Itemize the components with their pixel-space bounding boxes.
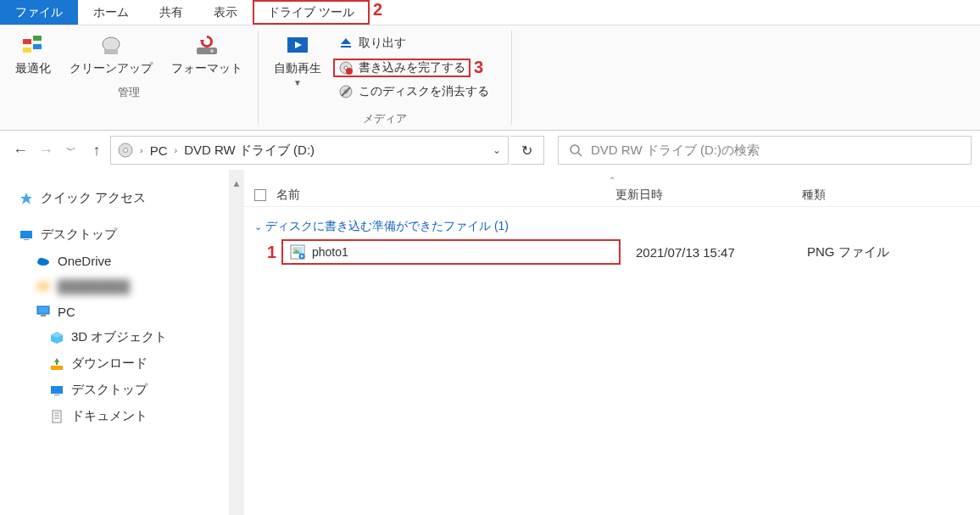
sidebar-item-label: OneDrive xyxy=(58,254,111,268)
sidebar-item-downloads[interactable]: ダウンロード xyxy=(19,350,226,377)
desktop-icon xyxy=(19,227,34,243)
format-button[interactable]: フォーマット xyxy=(166,31,248,78)
sidebar-item-label: デスクトップ xyxy=(41,227,117,243)
back-button[interactable]: ← xyxy=(8,138,32,162)
svg-point-4 xyxy=(103,37,120,51)
optimize-button[interactable]: 最適化 xyxy=(10,31,56,78)
tab-view[interactable]: 表示 xyxy=(198,0,253,25)
svg-rect-6 xyxy=(197,48,217,54)
optimize-label: 最適化 xyxy=(15,61,51,76)
history-dropdown[interactable]: ﹀ xyxy=(59,138,83,162)
sidebar-item-label: クイック アクセス xyxy=(41,190,146,206)
sidebar-item-blurred[interactable]: ████████ xyxy=(19,273,226,299)
search-placeholder: DVD RW ドライブ (D:)の検索 xyxy=(591,143,760,159)
sidebar-item-3d-objects[interactable]: 3D オブジェクト xyxy=(19,324,226,350)
sidebar-item-desktop[interactable]: デスクトップ xyxy=(19,221,226,248)
svg-rect-5 xyxy=(104,49,118,54)
group-label: ディスクに書き込む準備ができたファイル (1) xyxy=(265,219,509,234)
svg-point-21 xyxy=(571,145,579,154)
image-file-icon xyxy=(290,244,305,260)
chevron-right-icon[interactable]: › xyxy=(138,145,145,155)
annotation-1: 1 xyxy=(244,243,281,262)
sidebar-scroll-indicator[interactable]: ▲ xyxy=(229,170,244,515)
column-date[interactable]: 更新日時 xyxy=(615,188,802,203)
sidebar-item-quick-access[interactable]: クイック アクセス xyxy=(19,185,226,211)
sidebar: クイック アクセス デスクトップ OneDrive ████████ PC 3D… xyxy=(0,170,229,515)
autoplay-icon xyxy=(284,32,311,59)
pc-icon xyxy=(36,304,51,319)
desktop-icon xyxy=(49,383,64,398)
folder-icon xyxy=(36,278,51,294)
file-date: 2021/07/13 15:47 xyxy=(621,245,807,260)
column-name[interactable]: 名前 xyxy=(276,188,615,203)
dropdown-chevron-icon: ▼ xyxy=(293,78,302,87)
address-dropdown-icon[interactable]: ⌄ xyxy=(493,144,501,156)
svg-marker-34 xyxy=(54,358,59,365)
svg-point-7 xyxy=(210,49,214,53)
svg-rect-35 xyxy=(51,386,63,394)
svg-point-20 xyxy=(124,148,128,153)
eject-icon xyxy=(338,36,354,51)
svg-rect-37 xyxy=(53,411,61,423)
svg-point-27 xyxy=(38,258,45,263)
svg-marker-23 xyxy=(20,193,32,204)
tab-drive-tools[interactable]: ドライブ ツール xyxy=(253,0,370,25)
svg-line-22 xyxy=(578,153,582,156)
sidebar-item-pc[interactable]: PC xyxy=(19,299,226,324)
star-icon xyxy=(19,191,34,206)
up-button[interactable]: ↑ xyxy=(85,138,109,162)
svg-rect-33 xyxy=(51,366,63,370)
document-icon xyxy=(49,409,64,424)
chevron-right-icon[interactable]: › xyxy=(173,145,180,155)
svg-rect-29 xyxy=(37,306,49,314)
breadcrumb-drive[interactable]: DVD RW ドライブ (D:) xyxy=(184,143,315,159)
address-bar[interactable]: › PC › DVD RW ドライブ (D:) ⌄ xyxy=(110,136,509,165)
search-input[interactable]: DVD RW ドライブ (D:)の検索 xyxy=(558,136,972,165)
cleanup-icon xyxy=(97,32,125,59)
select-all-checkbox[interactable] xyxy=(254,189,266,201)
sidebar-item-onedrive[interactable]: OneDrive xyxy=(19,248,226,273)
svg-rect-12 xyxy=(341,46,351,48)
file-name: photo1 xyxy=(312,245,348,259)
ribbon-divider-2 xyxy=(511,31,512,125)
sidebar-item-label: PC xyxy=(58,305,75,319)
sidebar-item-label: ████████ xyxy=(58,279,130,294)
refresh-button[interactable]: ↻ xyxy=(510,136,544,165)
svg-rect-1 xyxy=(33,36,42,41)
file-row[interactable]: photo1 xyxy=(281,239,621,265)
file-list: ⌃ 名前 更新日時 種類 ⌄ ディスクに書き込む準備ができたファイル (1) 1… xyxy=(244,170,980,515)
burn-icon xyxy=(338,60,354,76)
cube-icon xyxy=(49,330,64,345)
download-icon xyxy=(49,356,64,372)
tab-file[interactable]: ファイル xyxy=(0,0,78,25)
erase-disc-button[interactable]: このディスクを消去する xyxy=(333,82,494,101)
sidebar-item-label: ダウンロード xyxy=(71,355,148,372)
chevron-down-icon: ⌄ xyxy=(254,221,262,232)
forward-button[interactable]: → xyxy=(34,138,58,162)
onedrive-icon xyxy=(36,253,51,268)
disc-icon xyxy=(118,143,133,158)
svg-rect-28 xyxy=(37,283,49,290)
cleanup-button[interactable]: クリーンアップ xyxy=(64,31,158,78)
media-group-label: メディア xyxy=(363,111,407,126)
tab-share[interactable]: 共有 xyxy=(144,0,198,25)
sidebar-item-documents[interactable]: ドキュメント xyxy=(19,403,226,429)
column-type[interactable]: 種類 xyxy=(802,188,970,203)
file-type: PNG ファイル xyxy=(807,244,970,260)
group-header[interactable]: ⌄ ディスクに書き込む準備ができたファイル (1) xyxy=(244,207,980,239)
svg-rect-30 xyxy=(41,315,46,316)
eject-button[interactable]: 取り出す xyxy=(333,34,494,53)
svg-rect-3 xyxy=(33,44,42,49)
svg-rect-2 xyxy=(23,48,31,53)
erase-disc-label: このディスクを消去する xyxy=(359,84,489,99)
format-label: フォーマット xyxy=(171,61,242,76)
optimize-icon xyxy=(19,32,47,59)
search-icon xyxy=(569,143,582,157)
tab-home[interactable]: ホーム xyxy=(78,0,144,25)
manage-group-label: 管理 xyxy=(118,85,140,100)
finish-burn-button[interactable]: 書き込みを完了する xyxy=(333,59,471,77)
breadcrumb-pc[interactable]: PC xyxy=(150,143,168,158)
sidebar-item-desktop-2[interactable]: デスクトップ xyxy=(19,377,226,403)
autoplay-button[interactable]: 自動再生 ▼ xyxy=(269,31,326,89)
svg-marker-11 xyxy=(341,38,351,44)
